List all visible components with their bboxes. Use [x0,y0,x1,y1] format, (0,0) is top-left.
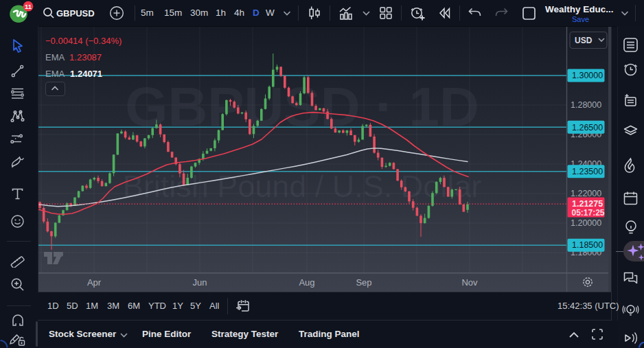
svg-text:1.20000: 1.20000 [571,218,601,228]
svg-text:Apr: Apr [87,277,102,288]
svg-text:05:17:25: 05:17:25 [572,208,605,218]
svg-text:USD: USD [575,36,593,45]
svg-text:1.21275: 1.21275 [572,199,603,209]
svg-text:Sep: Sep [356,277,371,288]
svg-text:Aug: Aug [299,277,314,288]
svg-text:Jun: Jun [193,277,207,288]
svg-text:1.30000: 1.30000 [572,71,603,80]
svg-text:11: 11 [25,3,32,10]
svg-text:1.26500: 1.26500 [572,123,603,132]
svg-text:1.22000: 1.22000 [571,189,601,198]
svg-text:GBPUSD · 1D: GBPUSD · 1D [125,76,479,137]
svg-text:1.18500: 1.18500 [572,240,603,250]
svg-text:1.28000: 1.28000 [571,100,601,110]
svg-text:Nov: Nov [461,277,478,288]
svg-text:1.23500: 1.23500 [572,167,603,176]
